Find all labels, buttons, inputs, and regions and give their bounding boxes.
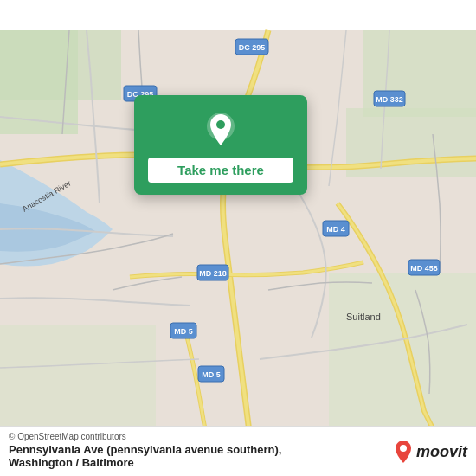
svg-text:MD 5: MD 5 xyxy=(174,327,193,336)
moovit-pin-icon xyxy=(394,440,413,464)
svg-text:MD 5: MD 5 xyxy=(202,370,221,379)
moovit-brand-text: moovit xyxy=(416,443,467,461)
svg-point-27 xyxy=(400,445,407,452)
moovit-logo: moovit xyxy=(394,440,467,464)
location-card: Take me there xyxy=(134,95,307,195)
svg-rect-5 xyxy=(329,273,476,446)
location-pin-icon xyxy=(202,111,240,149)
svg-text:MD 332: MD 332 xyxy=(376,95,403,104)
svg-text:Suitland: Suitland xyxy=(346,312,381,322)
map-container: DC 295 DC 295 MD 332 MD 4 MD 218 MD 458 … xyxy=(0,0,476,476)
svg-text:MD 218: MD 218 xyxy=(199,269,227,278)
location-subtitle: Washington / Baltimore xyxy=(9,456,281,469)
svg-text:MD 4: MD 4 xyxy=(326,225,345,234)
take-me-there-button[interactable]: Take me there xyxy=(148,158,293,183)
svg-rect-2 xyxy=(0,30,121,100)
svg-text:DC 295: DC 295 xyxy=(239,43,266,52)
bottom-bar: © OpenStreetMap contributors Pennsylvani… xyxy=(0,426,476,476)
svg-text:MD 458: MD 458 xyxy=(410,264,438,273)
svg-point-26 xyxy=(216,120,225,129)
location-title: Pennsylvania Ave (pennsylvania avenue so… xyxy=(9,443,281,456)
